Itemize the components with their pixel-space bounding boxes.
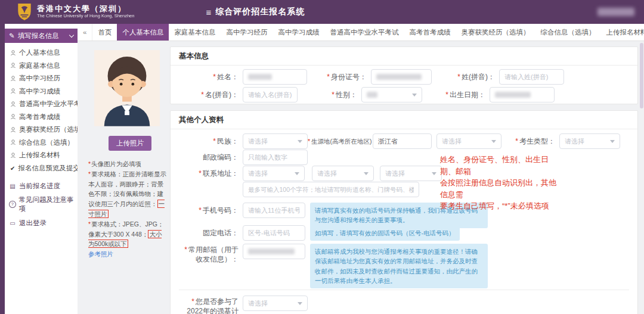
question-icon: ? [9,201,16,208]
surname-pinyin-input[interactable] [499,69,564,85]
redacted-value [248,74,272,80]
person-icon [10,63,16,69]
hamburger-menu-icon[interactable]: ≡ [206,7,212,17]
tab-comprehensive-info[interactable]: 综合信息（选填） [535,24,600,41]
landline-label: 固定电话： [179,225,243,241]
sidebar-group-fill-info[interactable]: ✎ 填写报名信息 [5,29,78,43]
surname-pinyin-label: 姓(拼音)： [432,69,499,85]
tabs-scroll-left-button[interactable]: « [78,24,92,41]
origin-city-select[interactable]: 请选择 [436,133,501,149]
cuhk-crest-icon [17,3,32,21]
upload-photo-button[interactable]: 上传照片 [109,136,151,151]
email-input[interactable] [243,244,305,259]
gender-select[interactable] [361,87,422,102]
sidebar-item-hs-experience[interactable]: 高中学习经历 [5,72,78,85]
email-label: 常用邮箱（用于收发信息）： [179,244,243,264]
photo-column: 上传照片 *头像图片为必填项 *要求规格：正面并清晰显示本人面容，两眼睁开；背景… [88,50,167,259]
photo-note-2: *要求规格：正面并清晰显示本人面容，两眼睁开；背景色不限；没有佩戴饰物；建议使用… [88,169,167,219]
tab-family-info[interactable]: 家庭基本信息 [169,24,221,41]
sidebar-item-label: 高考首考成绩 [19,113,60,122]
section-divider [179,290,629,290]
tab-gaokao-score[interactable]: 高考首考成绩 [404,24,456,41]
sidebar-item-olympiad-awards[interactable]: 奥赛获奖经历（选填） [5,123,78,136]
address-city-select[interactable]: 请选择 [312,166,374,181]
sidebar-item-logout[interactable]: ▭ 退出登录 [5,216,78,229]
sidebar-item-personal-info[interactable]: 个人基本信息 [5,46,78,60]
tab-hs-experience[interactable]: 高中学习经历 [221,24,273,41]
address-district-select[interactable]: 请选择 [380,166,442,181]
chevron-down-icon [364,172,369,175]
tab-personal-info[interactable]: 个人基本信息 [117,24,169,41]
vertical-scrollbar[interactable] [640,43,643,108]
university-name-zh: 香港中文大學（深圳） [37,5,134,14]
progress-icon: ▤ [9,183,16,189]
other-info-panel: 其他个人资料 民族： 请选择 生源地(高考所在地区)： 请选择 考生类型： 请选… [170,110,638,314]
person-icon [10,50,16,56]
name-input[interactable] [243,69,307,85]
address-province-select[interactable]: 请选择 [243,166,305,181]
app-title-text: 综合评价招生报名系统 [215,7,305,17]
redacted-value [367,92,377,98]
sidebar-item-label: 综合信息（选填） [19,138,74,147]
candidate-type-select[interactable]: 请选择 [559,133,620,149]
gender-label: 性别： [298,87,361,102]
id-number-input[interactable] [371,69,432,85]
sidebar-item-comprehensive-info[interactable]: 综合信息（选填） [5,136,78,150]
person-icon [10,101,16,107]
chevron-down-icon [610,140,615,143]
redacted-value [248,248,295,254]
chevron-down-icon [298,302,302,305]
basic-info-panel-title: 基本信息 [171,47,637,66]
basic-info-panel: 基本信息 姓名： 身份证号： 姓(拼音)： 名(拼音)： 性别： 出生日期： [170,46,638,104]
mobile-input[interactable] [243,203,305,218]
tab-olympiad-awards[interactable]: 奥赛获奖经历（选填） [456,24,535,41]
sidebar-item-faq[interactable]: ? 常见问题及注意事项 [5,198,78,211]
top-header: 香港中文大學（深圳） The Chinese University of Hon… [0,0,644,24]
red-annotation-text: 姓名、身份证号、性别、出生日期、邮箱 会按照注册信息自动识别出，其他信息需 要考… [440,154,556,212]
tab-academic-level-exam[interactable]: 普通高中学业水平考试 [324,24,404,41]
sidebar-item-upload-materials[interactable]: 上传报名材料 [5,149,78,162]
sidebar-accent-strip [0,24,5,314]
landline-input[interactable] [243,225,305,241]
sidebar-item-gaokao-score[interactable]: 高考首考成绩 [5,111,78,124]
sidebar-item-label: 家庭基本信息 [19,61,60,70]
qiangji-plan-select[interactable]: 请选择 [243,296,308,311]
chevron-down-icon [69,32,74,37]
sidebar-item-family-info[interactable]: 家庭基本信息 [5,60,78,73]
given-name-pinyin-input[interactable] [243,87,298,102]
sidebar-item-preview-submit[interactable]: ✔ 报名信息预览及提交 [5,162,78,175]
sidebar-item-hs-grades[interactable]: 高中学习成绩 [5,85,78,98]
photo-requirements: *头像图片为必填项 *要求规格：正面并清晰显示本人面容，两眼睁开；背景色不限；没… [88,159,167,259]
chevron-down-icon [432,172,436,175]
mobile-label: 手机号码： [179,203,243,218]
ethnicity-select[interactable]: 请选择 [243,133,308,149]
user-name-redacted [597,8,634,16]
photo-note-3: *要求格式：JPEG、JPG；像素大于300 X 448；大小为500k或以下 [88,219,167,249]
photo-note-1: *头像图片为必填项 [88,159,167,169]
tab-home[interactable]: 首页 [92,24,117,41]
sidebar-group-label: 填写报名信息 [18,32,70,41]
sidebar-item-label: 报名信息预览及提交 [18,164,80,173]
origin-region-input[interactable] [373,133,432,149]
sidebar-item-academic-level-exam[interactable]: 普通高中学业水平考试 [5,98,78,111]
tab-hs-grades[interactable]: 高中学习成绩 [273,24,324,41]
sidebar-item-label: 高中学习成绩 [19,87,60,96]
sidebar-item-label: 高中学习经历 [19,74,60,83]
birth-date-label: 出生日期： [422,87,490,102]
sidebar-items: 个人基本信息 家庭基本信息 高中学习经历 高中学习成绩 普通高中学业水平考试 高… [5,46,78,175]
given-name-pinyin-label: 名(拼音)： [179,87,243,102]
university-logo: 香港中文大學（深圳） The Chinese University of Hon… [17,3,134,21]
reference-photo-link[interactable]: 参考照片 [88,250,113,257]
qiangji-plan-label: 您是否参与了2022年的强基计划? [179,296,243,314]
address-detail-input[interactable] [243,182,419,197]
sidebar-item-label: 个人基本信息 [19,48,60,57]
edit-icon: ✎ [9,32,15,40]
birth-date-input[interactable] [490,87,555,102]
redacted-value [495,92,531,98]
sidebar-item-progress[interactable]: ▤ 当前报名进度 [5,179,78,192]
tab-upload-materials[interactable]: 上传报名材料 [600,24,644,41]
person-icon [10,139,16,145]
tab-bar: « 首页 个人基本信息 家庭基本信息 高中学习经历 高中学习成绩 普通高中学业水… [78,24,644,41]
postal-code-input[interactable] [243,150,308,165]
logout-icon: ▭ [9,220,16,226]
